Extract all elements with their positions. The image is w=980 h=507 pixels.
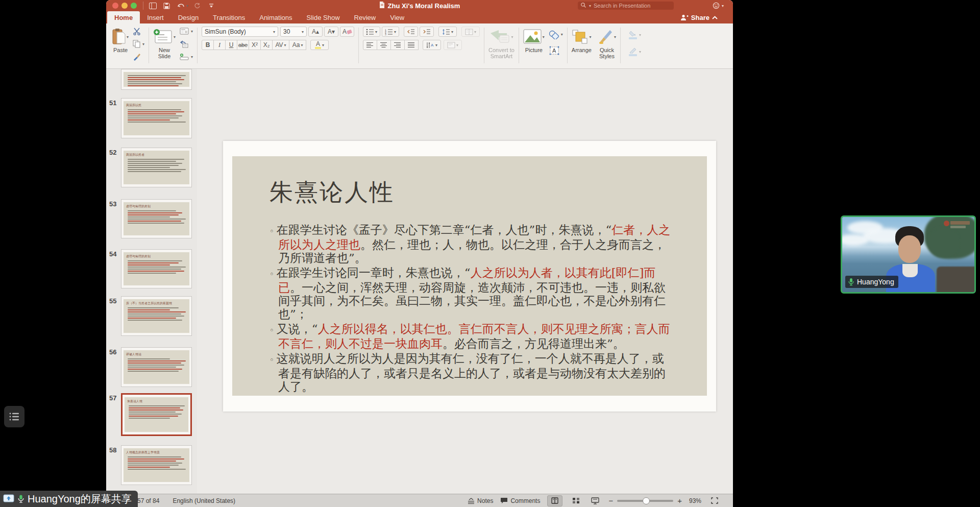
language-indicator[interactable]: English (United States) bbox=[173, 497, 235, 504]
participant-video-thumbnail[interactable]: HuangYong bbox=[841, 215, 976, 294]
italic-button[interactable]: I bbox=[213, 40, 226, 50]
slide-thumbnail-54[interactable]: 虚理与实理的差别 bbox=[121, 249, 192, 288]
change-case-button[interactable]: Aa▾ bbox=[289, 40, 306, 50]
align-center-button[interactable] bbox=[377, 40, 391, 50]
slide-bullet: ◦在跟学生讨论同一章时，朱熹也说，“人之所以为人者，以其有此[即仁]而已。一心之… bbox=[270, 266, 671, 321]
shape-fill-button[interactable]: ▾ bbox=[629, 31, 641, 40]
search-scope-chevron-icon[interactable]: ▾ bbox=[589, 4, 591, 8]
thumbnail-number: 57 bbox=[109, 394, 116, 402]
share-button[interactable]: Share bbox=[680, 11, 718, 23]
arrange-button[interactable]: ▾ Arrange bbox=[572, 27, 592, 53]
comments-label: Comments bbox=[510, 497, 540, 504]
bullet-text: 。一心之间，浑然天理，动容周旋，造次颠沛，不可违也。一违，则私欲间乎其间，为不仁… bbox=[278, 281, 666, 321]
zoom-out-button[interactable]: − bbox=[608, 496, 613, 505]
line-spacing-button[interactable]: ▾ bbox=[438, 27, 457, 37]
font-name-select[interactable]: SimSun (Body)▾ bbox=[202, 27, 278, 37]
thumbnail-number: 54 bbox=[109, 250, 116, 258]
insert-small-buttons: ▾ A bbox=[549, 27, 563, 58]
tab-view[interactable]: View bbox=[383, 11, 411, 23]
underline-button[interactable]: U bbox=[225, 40, 237, 50]
zoom-slider-knob[interactable] bbox=[643, 497, 650, 504]
text-direction-button[interactable]: A▾ bbox=[423, 40, 441, 50]
font-color-button[interactable]: A ▾ bbox=[310, 40, 329, 50]
slide-sorter-icon bbox=[572, 497, 580, 504]
thumbnail-number: 51 bbox=[109, 99, 116, 107]
text-box-button[interactable]: A bbox=[549, 46, 563, 55]
increase-indent-button[interactable] bbox=[420, 27, 434, 37]
bold-button[interactable]: B bbox=[202, 40, 214, 50]
slideshow-view-button[interactable] bbox=[589, 496, 601, 506]
subscript-button[interactable]: X₂ bbox=[260, 40, 273, 50]
character-spacing-button[interactable]: AV▾ bbox=[272, 40, 289, 50]
slide-sorter-view-button[interactable] bbox=[570, 496, 582, 506]
new-slide-button[interactable]: ▾ New Slide bbox=[153, 27, 176, 59]
cut-button[interactable] bbox=[133, 27, 144, 36]
superscript-button[interactable]: X² bbox=[249, 40, 261, 50]
bullet-marker: ◦ bbox=[270, 326, 274, 335]
search-box[interactable]: ▾ bbox=[578, 2, 674, 10]
tab-review[interactable]: Review bbox=[347, 11, 383, 23]
strikethrough-button[interactable]: abe bbox=[237, 40, 249, 50]
format-painter-button[interactable] bbox=[133, 52, 144, 61]
thumbnail-number: 58 bbox=[109, 446, 116, 454]
bullets-button[interactable]: ▾ bbox=[363, 27, 380, 37]
comments-button[interactable]: Comments bbox=[500, 497, 540, 504]
search-input[interactable] bbox=[593, 2, 666, 9]
collapse-ribbon-chevron-icon bbox=[712, 16, 718, 19]
quick-styles-button[interactable]: ▾ Quick Styles bbox=[598, 27, 616, 59]
picture-button[interactable]: ▾ Picture bbox=[523, 27, 545, 53]
tab-slide-show[interactable]: Slide Show bbox=[300, 11, 347, 23]
slide-thumbnail-53[interactable]: 虚理与实理的差别 bbox=[121, 199, 192, 238]
font-size-select[interactable]: 30▾ bbox=[280, 27, 307, 37]
tab-design[interactable]: Design bbox=[171, 11, 206, 23]
slide-thumbnail-57[interactable]: 朱熹论人性 bbox=[121, 393, 192, 436]
fit-to-window-button[interactable] bbox=[708, 496, 721, 506]
notes-icon bbox=[468, 498, 475, 504]
shape-line-button[interactable]: ▾ bbox=[629, 47, 641, 57]
shapes-button[interactable]: ▾ bbox=[549, 30, 563, 39]
tab-home[interactable]: Home bbox=[107, 11, 140, 23]
thumbnail-title: 朱熹论人性 bbox=[127, 399, 186, 404]
zoom-in-button[interactable]: + bbox=[677, 496, 682, 505]
justify-button[interactable] bbox=[404, 40, 419, 50]
thumbnail-number: 55 bbox=[109, 297, 116, 305]
thumbnail-title: 虚理与实理的差别 bbox=[126, 254, 187, 259]
notes-button[interactable]: Notes bbox=[468, 497, 493, 504]
floating-list-button[interactable] bbox=[4, 406, 24, 427]
slide-thumbnail-55[interactable]: 所（不）当然者之所以然的客观性 bbox=[121, 296, 192, 336]
slide-thumbnail-56[interactable]: 评诸人性论 bbox=[121, 347, 192, 387]
zoom-slider[interactable] bbox=[617, 500, 673, 502]
shrink-font-button[interactable]: A▾ bbox=[324, 27, 338, 37]
clear-formatting-button[interactable]: A bbox=[340, 27, 354, 37]
thumbnail-title: 所（不）当然者之所以然的客观性 bbox=[126, 301, 187, 306]
tab-transitions[interactable]: Transitions bbox=[206, 11, 252, 23]
columns-button[interactable]: ▾ bbox=[461, 27, 480, 37]
slide-canvas[interactable]: 朱熹论人性 ◦在跟学生讨论《孟子》尽心下第二章“仁者，人也”时，朱熹说，“仁者，… bbox=[223, 141, 716, 412]
zoom-level[interactable]: 93% bbox=[689, 497, 701, 504]
thumbnail-title: 人性概念的形而上学性质 bbox=[126, 450, 187, 455]
slide-title[interactable]: 朱熹论人性 bbox=[270, 177, 395, 208]
feedback-smiley-button[interactable]: ▾ bbox=[713, 2, 725, 9]
search-icon bbox=[580, 1, 586, 10]
slide-thumbnail-partial[interactable] bbox=[121, 69, 192, 90]
slide-thumbnail-51[interactable]: 两层所以然 bbox=[121, 98, 192, 138]
convert-to-smartart-button[interactable]: ▾ Convert to SmartArt bbox=[488, 27, 514, 59]
section-button[interactable]: ▾ bbox=[180, 52, 193, 61]
align-left-button[interactable] bbox=[363, 40, 377, 50]
numbering-button[interactable]: 123▾ bbox=[382, 27, 399, 37]
normal-view-button[interactable] bbox=[547, 495, 562, 506]
slide-thumbnail-58[interactable]: 人性概念的形而上学性质 bbox=[121, 445, 192, 485]
paste-button[interactable]: ▾ Paste bbox=[112, 27, 129, 53]
tab-insert[interactable]: Insert bbox=[140, 11, 171, 23]
reset-slide-button[interactable] bbox=[180, 39, 193, 49]
tab-animations[interactable]: Animations bbox=[252, 11, 299, 23]
paragraph-group: ▾ 123▾ ▾ ▾ bbox=[363, 27, 480, 50]
align-right-button[interactable] bbox=[390, 40, 405, 50]
slide-thumbnail-52[interactable]: 两层所以然者 bbox=[121, 148, 192, 187]
copy-button[interactable]: ▾ bbox=[133, 39, 144, 49]
align-text-button[interactable]: ▾ bbox=[444, 40, 462, 50]
slide-layout-button[interactable]: ▾ bbox=[180, 27, 193, 36]
grow-font-button[interactable]: A▴ bbox=[308, 27, 323, 37]
slide-bullets[interactable]: ◦在跟学生讨论《孟子》尽心下第二章“仁者，人也”时，朱熹说，“仁者，人之所以为人… bbox=[270, 223, 671, 395]
decrease-indent-button[interactable] bbox=[404, 27, 418, 37]
